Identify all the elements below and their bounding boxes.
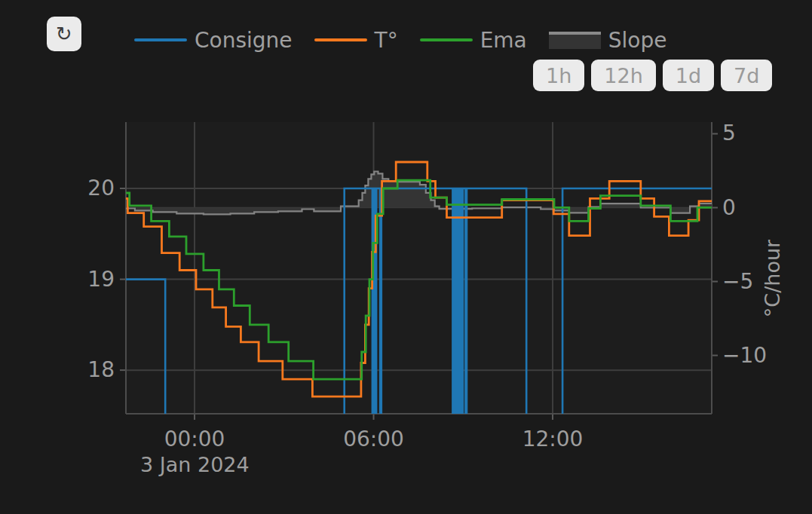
chart-legend: ConsigneT°EmaSlope [134,28,666,52]
range-button-1h[interactable]: 1h [533,60,584,91]
series-consigne [126,188,712,414]
refresh-button[interactable]: ↻ [47,17,81,51]
y-right-tick-label: 0 [722,195,736,221]
plot-area [126,122,712,414]
legend-label: Slope [608,28,667,53]
legend-item-t: T° [314,28,398,53]
range-button-12h[interactable]: 12h [591,60,655,91]
legend-label: Consigne [195,28,293,53]
x-tick-label: 00:00 [142,427,247,452]
legend-line-swatch [134,38,187,41]
refresh-icon: ↻ [56,23,72,45]
thermostat-chart-screen: ↻ ConsigneT°EmaSlope 1h12h1d7d 00:0006:0… [0,0,812,514]
y-left-tick-label: 19 [72,267,115,292]
legend-item-slope: Slope [549,28,667,53]
legend-item-consigne: Consigne [134,28,293,53]
y-right-tick-label: −10 [722,343,767,369]
y-left-tick-label: 18 [72,357,115,383]
legend-line-swatch [314,38,367,41]
x-tick-label: 12:00 [500,427,605,452]
legend-area-swatch [549,32,601,49]
y-left-tick-label: 20 [72,176,115,201]
range-buttons: 1h12h1d7d [533,60,772,91]
legend-label: T° [375,28,398,53]
x-tick-label: 06:00 [321,427,427,452]
y-right-tick-label: −5 [722,269,753,295]
right-axis-title: °C/hour [761,219,784,339]
x-axis-date-label: 3 Jan 2024 [140,453,250,476]
range-button-1d[interactable]: 1d [663,60,714,91]
legend-line-swatch [420,38,473,41]
y-right-tick-label: 5 [722,121,736,146]
legend-item-ema: Ema [420,28,527,53]
legend-label: Ema [480,28,527,53]
range-button-7d[interactable]: 7d [721,60,772,91]
slope-area-fill [126,172,712,215]
